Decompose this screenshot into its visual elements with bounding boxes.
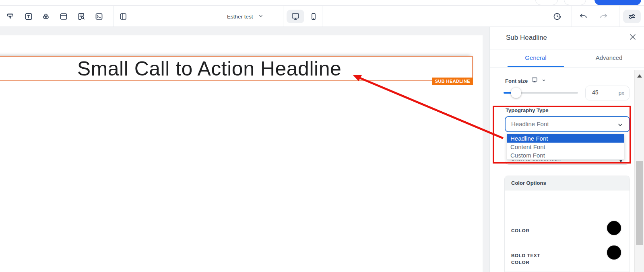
dropdown-option-custom-font[interactable]: Custom Font [507,151,624,160]
layout-button[interactable] [116,10,130,23]
sidebar-title: Sub Headline [506,34,547,42]
font-size-input[interactable] [591,89,611,96]
font-size-input-wrap: px [585,86,630,100]
color-swatch[interactable] [607,221,621,235]
close-icon [628,37,637,43]
headline-text: Small Call to Action Headline [77,57,342,80]
code-terminal-icon [94,12,104,21]
desktop-breakpoint-icon[interactable] [531,76,538,85]
columns-layout-icon [118,12,128,21]
topbar-button-2[interactable] [564,0,586,5]
toolbar-divider [322,6,322,27]
undo-icon [578,12,588,21]
toolbar-divider [572,6,572,27]
mobile-view-button[interactable] [306,10,321,23]
redo-button[interactable] [597,10,611,23]
color-row-label: COLOR [511,227,530,234]
divider [490,49,644,49]
undo-button[interactable] [576,10,590,23]
top-strip [0,0,644,6]
color-options-card: Color Options COLOR BOLD TEXT COLOR ITAL… [504,176,630,272]
divider [490,67,644,67]
typography-selected-value: Headline Font [511,121,549,127]
typography-type-label: Typography Type [506,107,548,113]
font-size-slider-fill [504,92,512,94]
font-size-slider-thumb[interactable] [511,88,521,98]
selected-subheadline-element[interactable]: Small Call to Action Headline SUB HEADLI… [0,56,473,81]
selection-type-badge: SUB HEADLINE [432,78,473,85]
toolbar-divider [283,6,283,27]
editor-toolbar: Esther test [0,6,644,27]
desktop-view-button[interactable] [287,10,304,23]
chevron-down-icon[interactable] [541,77,546,84]
toolbar-divider [114,6,114,27]
dropdown-option-headline-font[interactable]: Headline Font [507,134,624,143]
tab-advanced[interactable]: Advanced [577,54,641,61]
desktop-icon [291,12,300,21]
theme-button[interactable] [4,10,18,23]
colors-button[interactable] [39,10,53,23]
scrollbar-thumb[interactable] [636,161,643,245]
history-clock-icon [552,12,562,21]
close-sidebar-button[interactable] [628,33,637,41]
font-size-unit: px [619,90,624,96]
paint-roller-icon [6,12,16,21]
topbar-primary-button[interactable] [594,0,641,5]
bold-text-color-swatch[interactable] [607,245,621,260]
text-button[interactable] [22,10,35,23]
sidebar-scrollbar[interactable] [634,70,644,272]
page-search-icon [76,12,86,21]
bold-text-color-row-label: BOLD TEXT COLOR [511,252,559,266]
page-selector-label: Esther test [227,14,253,20]
font-size-label: Font size [505,78,528,84]
toolbar-divider [619,6,619,27]
settings-button[interactable] [623,10,641,23]
chevron-down-icon [258,13,264,20]
settings-sidebar: Sub Headline General Advanced Font size … [489,27,644,272]
dropdown-option-content-font[interactable]: Content Font [507,143,624,151]
sections-button[interactable] [57,10,70,23]
typography-dropdown-list: Headline Font Content Font Custom Font [507,134,624,160]
color-options-title: Color Options [505,176,630,190]
page-builder-app: Esther test Small Call to Action Headlin [0,0,644,272]
page-search-button[interactable] [74,10,88,23]
tab-general[interactable]: General [504,54,568,61]
page-canvas[interactable]: Small Call to Action Headline SUB HEADLI… [0,35,483,272]
colors-icon [41,12,51,21]
settings-sliders-icon [627,12,637,21]
page-selector-dropdown[interactable]: Esther test [225,10,266,23]
code-button[interactable] [92,10,106,23]
typography-type-select[interactable]: Headline Font [505,116,630,132]
scrollbar-up-arrow[interactable] [637,74,642,78]
toolbar-divider [220,6,220,27]
text-icon [24,12,33,21]
redo-icon [599,12,609,21]
history-button[interactable] [550,10,564,23]
section-card-icon [59,12,68,21]
topbar-button-1[interactable] [535,0,558,5]
mobile-icon [309,12,318,21]
